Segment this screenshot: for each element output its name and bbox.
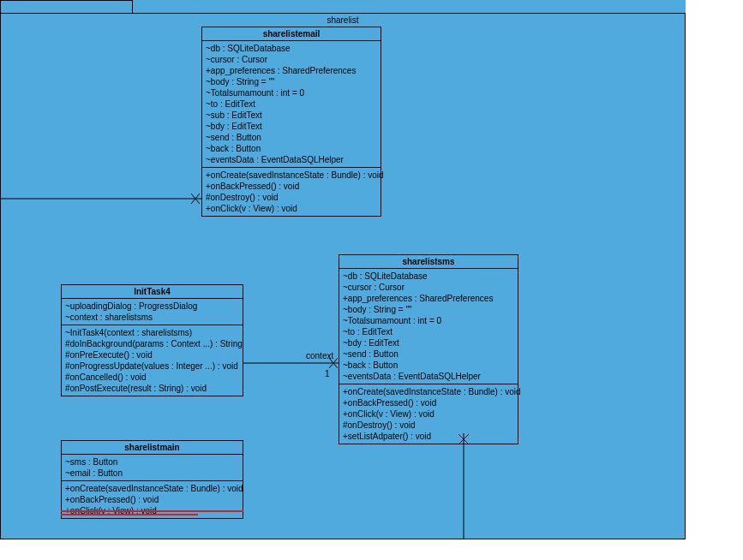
class-attrs: ~sms : Button ~email : Button bbox=[62, 455, 243, 481]
class-ops: +onCreate(savedInstanceState : Bundle) :… bbox=[62, 481, 243, 518]
package-sharelist: sharelist sharelistemail ~db : SQLiteDat… bbox=[0, 0, 686, 539]
assoc-multiplicity-1: 1 bbox=[325, 369, 330, 378]
class-inittask4: InitTask4 ~uploadingDialog : ProgressDia… bbox=[61, 284, 243, 396]
class-header: sharelistemail bbox=[202, 27, 380, 41]
class-sharelistemail: sharelistemail ~db : SQLiteDatabase ~cur… bbox=[201, 27, 381, 217]
class-header: sharelistsms bbox=[339, 255, 518, 269]
class-attrs: ~db : SQLiteDatabase ~cursor : Cursor +a… bbox=[202, 41, 380, 168]
class-ops: ~InitTask4(context : sharelistsms) #doIn… bbox=[62, 325, 243, 396]
class-ops: +onCreate(savedInstanceState : Bundle) :… bbox=[339, 384, 518, 444]
selection-highlight bbox=[61, 510, 243, 512]
svg-line-2 bbox=[191, 194, 200, 204]
class-attrs: ~uploadingDialog : ProgressDialog ~conte… bbox=[62, 299, 243, 325]
assoc-label-context: context bbox=[306, 351, 333, 360]
class-ops: +onCreate(savedInstanceState : Bundle) :… bbox=[202, 168, 380, 216]
package-body: sharelist sharelistemail ~db : SQLiteDat… bbox=[0, 13, 686, 539]
package-title: sharelist bbox=[1, 14, 685, 27]
svg-line-1 bbox=[191, 194, 200, 204]
selection-highlight-2 bbox=[61, 514, 198, 515]
class-header: sharelistmain bbox=[62, 441, 243, 455]
class-sharelistmain: sharelistmain ~sms : Button ~email : But… bbox=[61, 440, 243, 519]
class-sharelistsms: sharelistsms ~db : SQLiteDatabase ~curso… bbox=[339, 254, 518, 444]
class-header: InitTask4 bbox=[62, 285, 243, 299]
package-tab bbox=[0, 0, 133, 13]
class-attrs: ~db : SQLiteDatabase ~cursor : Cursor +a… bbox=[339, 269, 518, 384]
